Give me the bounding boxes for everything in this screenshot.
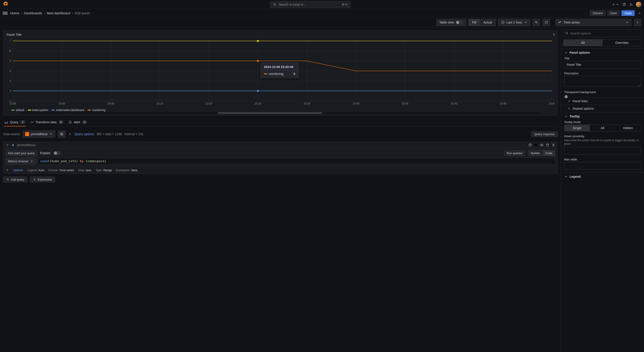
trash-icon[interactable]: [546, 143, 550, 147]
crumb-edit-panel: Edit panel: [75, 11, 90, 15]
panel-menu-button[interactable]: [552, 33, 556, 36]
chart-panel: Panel Title 123456722:5523:0023:0523:102…: [3, 31, 558, 116]
kick-start-button[interactable]: Kick start your query: [6, 150, 37, 156]
section-panel-options[interactable]: Panel options: [561, 48, 644, 57]
section-panel-links[interactable]: Panel links: [561, 97, 644, 105]
query-header: A (prometheus): [3, 142, 558, 148]
run-queries-button[interactable]: Run queries: [504, 150, 525, 156]
max-width-input[interactable]: [564, 162, 641, 170]
add-menu[interactable]: [612, 3, 620, 6]
chevron-up-icon[interactable]: [638, 12, 641, 15]
visualization-picker[interactable]: Time series: [556, 19, 632, 26]
explain-label: Explain: [40, 151, 50, 155]
viz-type-label: Time series: [564, 21, 580, 24]
metrics-browser-button[interactable]: Metrics browser: [6, 158, 36, 164]
legend-item[interactable]: kube-system: [28, 109, 48, 112]
global-search[interactable]: Search or jump to... ⌘+k: [270, 1, 350, 8]
builder-option[interactable]: Builder: [528, 150, 542, 156]
svg-text:23:10: 23:10: [156, 102, 163, 105]
datasource-settings[interactable]: [58, 130, 66, 138]
refresh-button[interactable]: [542, 19, 550, 26]
left-pane: Panel Title 123456722:5523:0023:0523:102…: [0, 27, 561, 352]
explain-switch[interactable]: [54, 151, 61, 155]
grafana-logo[interactable]: [3, 1, 8, 8]
options-search-input[interactable]: [563, 30, 642, 37]
chevron-right-icon[interactable]: [68, 132, 72, 136]
legend-swatch: [88, 110, 91, 111]
code-option[interactable]: Code: [543, 150, 555, 156]
crumb-new-dashboard[interactable]: New dashboard: [47, 11, 70, 15]
svg-text:23:05: 23:05: [107, 102, 114, 105]
tooltip-swatch: [264, 73, 267, 74]
query-id: A: [12, 143, 14, 147]
crumb-dashboards[interactable]: Dashboards: [24, 11, 42, 15]
expression-button[interactable]: Expression: [30, 177, 55, 182]
chevron-right-icon[interactable]: [6, 168, 9, 172]
avatar[interactable]: [636, 2, 641, 7]
chart-scroll-hint[interactable]: [20, 112, 541, 114]
chevron-down-icon: [49, 132, 53, 136]
svg-line-80: [567, 34, 568, 34]
drag-handle-icon[interactable]: [552, 143, 555, 147]
section-repeat-options[interactable]: Repeat options: [561, 105, 644, 112]
tooltip-mode-all[interactable]: All: [590, 125, 615, 131]
discard-button[interactable]: Discard: [590, 10, 606, 16]
chevron-right-icon: [636, 21, 639, 24]
rss-icon[interactable]: [629, 3, 633, 6]
help-icon[interactable]: [622, 3, 626, 6]
query-count-badge: 1: [20, 120, 25, 124]
datasource-label: Data source: [3, 132, 20, 136]
svg-point-18: [554, 34, 554, 35]
table-view-switch[interactable]: [456, 20, 463, 24]
builder-code-segmented: Builder Code: [528, 150, 555, 156]
datasource-picker[interactable]: prometheus: [22, 130, 55, 138]
section-legend[interactable]: Legend: [561, 172, 644, 181]
tab-alert[interactable]: Alert 0: [68, 118, 88, 126]
svg-text:23:30: 23:30: [352, 102, 359, 105]
table-view-toggle[interactable]: Table view: [436, 19, 466, 26]
section-tooltip[interactable]: Tooltip: [561, 112, 644, 120]
hover-proximity-input[interactable]: [564, 147, 641, 155]
query-options-link[interactable]: Query options: [74, 132, 94, 136]
chart-area[interactable]: 123456722:5523:0023:0523:1023:1523:2023:…: [6, 38, 554, 108]
description-input[interactable]: [564, 76, 641, 87]
time-range-picker[interactable]: Last 1 hour: [498, 19, 530, 26]
tooltip-mode-hidden[interactable]: Hidden: [615, 125, 641, 131]
legend-label: kube-system: [32, 109, 48, 112]
apply-button[interactable]: Apply: [622, 10, 634, 16]
svg-point-60: [257, 90, 259, 92]
zoom-out-icon: [534, 21, 538, 24]
crumb-home[interactable]: Home: [10, 11, 19, 15]
add-query-button[interactable]: Add query: [3, 177, 27, 182]
tooltip-mode-single[interactable]: Single: [564, 125, 590, 131]
code-row: Metrics browser count(kube_pod_info) by …: [3, 158, 558, 166]
save-button[interactable]: Save: [607, 10, 620, 16]
collapse-options-button[interactable]: [634, 19, 641, 26]
promql-input[interactable]: count(kube_pod_info) by (namespace): [38, 158, 555, 164]
zoom-out-button[interactable]: [532, 19, 540, 26]
tab-transform[interactable]: Transform data 0: [30, 118, 64, 126]
eye-icon[interactable]: [540, 143, 544, 147]
menu-toggle[interactable]: [3, 12, 8, 15]
title-input[interactable]: [564, 61, 641, 69]
tab-query[interactable]: Query 1: [4, 118, 26, 126]
actual-option[interactable]: Actual: [480, 19, 496, 26]
chevron-down-icon[interactable]: [6, 143, 9, 147]
overrides-option[interactable]: Overrides: [602, 40, 642, 46]
legend-item[interactable]: default: [12, 109, 24, 112]
options-label[interactable]: Options: [13, 169, 23, 172]
help-icon[interactable]: [528, 143, 532, 147]
copy-icon[interactable]: [534, 143, 538, 147]
legend-swatch: [52, 110, 55, 111]
fill-option[interactable]: Fill: [469, 19, 480, 26]
all-option[interactable]: All: [564, 40, 602, 46]
legend-swatch: [12, 110, 14, 111]
hover-proximity-label: Hover proximity: [564, 135, 641, 138]
svg-text:2: 2: [10, 89, 11, 92]
query-inspector-button[interactable]: Query inspector: [531, 131, 558, 137]
legend-item[interactable]: kubernetes-dashboard: [52, 109, 84, 112]
title-label: Title: [564, 57, 641, 60]
chart-legend: defaultkube-systemkubernetes-dashboardmo…: [6, 108, 554, 112]
legend-item[interactable]: monitoring: [88, 109, 105, 112]
crumb-sep: ›: [72, 11, 73, 15]
